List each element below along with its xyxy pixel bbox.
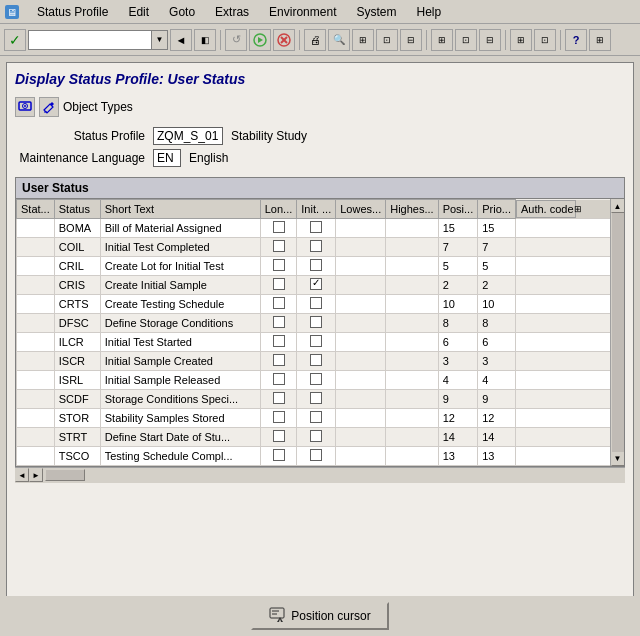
checkbox-cell bbox=[297, 351, 336, 370]
short-text-cell: Stability Samples Stored bbox=[100, 408, 260, 427]
checkbox-cell bbox=[260, 256, 297, 275]
stat-cell bbox=[17, 408, 55, 427]
scroll-up-arrow[interactable]: ▲ bbox=[611, 199, 625, 213]
checkbox-icon bbox=[273, 259, 285, 271]
svg-text:🖥: 🖥 bbox=[7, 7, 17, 18]
grid-btn3[interactable]: ⊟ bbox=[400, 29, 422, 51]
status-cell: COIL bbox=[54, 237, 100, 256]
table-row[interactable]: BOMABill of Material Assigned1515 bbox=[17, 218, 624, 237]
col-header-stat: Stat... bbox=[17, 200, 55, 219]
display-btn[interactable] bbox=[15, 97, 35, 117]
checkbox-icon bbox=[310, 316, 322, 328]
checkbox-icon bbox=[273, 240, 285, 252]
vertical-scrollbar[interactable]: ▲ ▼ bbox=[610, 199, 624, 466]
col-header-short-text: Short Text bbox=[100, 200, 260, 219]
table-row[interactable]: CRISCreate Initial Sample✓22 bbox=[17, 275, 624, 294]
find-btn[interactable]: 🔍 bbox=[328, 29, 350, 51]
maintenance-language-input[interactable] bbox=[153, 149, 181, 167]
hscroll-left-arrow[interactable]: ◄ bbox=[15, 468, 29, 482]
doc-btn2[interactable]: ⊡ bbox=[455, 29, 477, 51]
table-row[interactable]: ISCRInitial Sample Created33 bbox=[17, 351, 624, 370]
prio-cell: 9 bbox=[478, 389, 516, 408]
lowest-cell bbox=[336, 446, 386, 465]
posi-cell: 10 bbox=[438, 294, 478, 313]
combo-arrow[interactable]: ▼ bbox=[151, 31, 167, 49]
column-config-icon[interactable]: ⊞ bbox=[574, 204, 582, 214]
table-row[interactable]: STRTDefine Start Date of Stu...1414 bbox=[17, 427, 624, 446]
status-profile-input[interactable] bbox=[153, 127, 223, 145]
short-text-cell: Bill of Material Assigned bbox=[100, 218, 260, 237]
short-text-cell: Initial Sample Created bbox=[100, 351, 260, 370]
cust-btn[interactable]: ⊞ bbox=[589, 29, 611, 51]
posi-cell: 15 bbox=[438, 218, 478, 237]
scroll-thumb[interactable] bbox=[612, 213, 624, 452]
doc-btn3[interactable]: ⊟ bbox=[479, 29, 501, 51]
scroll-down-arrow[interactable]: ▼ bbox=[611, 452, 625, 466]
menu-status-profile[interactable]: Status Profile bbox=[34, 4, 111, 20]
hscroll-right-arrow[interactable]: ► bbox=[29, 468, 43, 482]
forward-btn[interactable] bbox=[249, 29, 271, 51]
menu-system[interactable]: System bbox=[353, 4, 399, 20]
auth-cell bbox=[515, 332, 623, 351]
nav-prev-btn[interactable]: ◄ bbox=[170, 29, 192, 51]
lowest-cell bbox=[336, 218, 386, 237]
table-row[interactable]: TSCOTesting Schedule Compl...1313 bbox=[17, 446, 624, 465]
lowest-cell bbox=[336, 294, 386, 313]
user-status-table-container: Stat... Status Short Text Lon... Init. .… bbox=[15, 199, 625, 467]
table-row[interactable]: ILCRInitial Test Started66 bbox=[17, 332, 624, 351]
checkbox-cell bbox=[260, 218, 297, 237]
col-header-prio: Prio... bbox=[478, 200, 516, 219]
checkbox-cell bbox=[297, 294, 336, 313]
position-cursor-label: Position cursor bbox=[291, 609, 370, 623]
col-header-lowest: Lowes... bbox=[336, 200, 386, 219]
menu-extras[interactable]: Extras bbox=[212, 4, 252, 20]
menu-edit[interactable]: Edit bbox=[125, 4, 152, 20]
stat-cell bbox=[17, 275, 55, 294]
grid-btn1[interactable]: ⊞ bbox=[352, 29, 374, 51]
table-row[interactable]: COILInitial Test Completed77 bbox=[17, 237, 624, 256]
check-btn[interactable]: ✓ bbox=[4, 29, 26, 51]
checkbox-icon: ✓ bbox=[310, 278, 322, 290]
stat-cell bbox=[17, 427, 55, 446]
sep2 bbox=[299, 30, 300, 50]
doc-btn1[interactable]: ⊞ bbox=[431, 29, 453, 51]
help-btn[interactable]: ? bbox=[565, 29, 587, 51]
position-cursor-button[interactable]: Position cursor bbox=[251, 602, 388, 630]
table-row[interactable]: STORStability Samples Stored1212 bbox=[17, 408, 624, 427]
nav-doc-btn[interactable]: ◧ bbox=[194, 29, 216, 51]
highest-cell bbox=[386, 389, 438, 408]
col-header-lon: Lon... bbox=[260, 200, 297, 219]
edit-icon-btn[interactable] bbox=[39, 97, 59, 117]
maintenance-language-label: Maintenance Language bbox=[15, 151, 145, 165]
stop-btn[interactable] bbox=[273, 29, 295, 51]
table-row[interactable]: DFSCDefine Storage Conditions88 bbox=[17, 313, 624, 332]
print-btn[interactable]: 🖨 bbox=[304, 29, 326, 51]
stat-cell bbox=[17, 332, 55, 351]
menu-environment[interactable]: Environment bbox=[266, 4, 339, 20]
table-row[interactable]: CRILCreate Lot for Initial Test55 bbox=[17, 256, 624, 275]
horizontal-scrollbar-row: ◄ ► bbox=[15, 467, 625, 483]
table-row[interactable]: CRTSCreate Testing Schedule1010 bbox=[17, 294, 624, 313]
short-text-cell: Create Lot for Initial Test bbox=[100, 256, 260, 275]
checkbox-icon bbox=[310, 259, 322, 271]
menu-goto[interactable]: Goto bbox=[166, 4, 198, 20]
prio-cell: 7 bbox=[478, 237, 516, 256]
table-row[interactable]: ISRLInitial Sample Released44 bbox=[17, 370, 624, 389]
table-row[interactable]: SCDFStorage Conditions Speci...99 bbox=[17, 389, 624, 408]
back-btn[interactable]: ↺ bbox=[225, 29, 247, 51]
checkbox-icon bbox=[310, 221, 322, 233]
status-profile-label: Status Profile bbox=[15, 129, 145, 143]
checkbox-cell bbox=[297, 370, 336, 389]
hscroll-thumb[interactable] bbox=[45, 469, 85, 481]
doc-btn5[interactable]: ⊡ bbox=[534, 29, 556, 51]
command-input[interactable] bbox=[29, 33, 151, 47]
checkbox-cell bbox=[297, 427, 336, 446]
auth-cell bbox=[515, 427, 623, 446]
prio-cell: 4 bbox=[478, 370, 516, 389]
doc-btn4[interactable]: ⊞ bbox=[510, 29, 532, 51]
grid-btn2[interactable]: ⊡ bbox=[376, 29, 398, 51]
menu-help[interactable]: Help bbox=[413, 4, 444, 20]
checkbox-cell bbox=[260, 408, 297, 427]
status-profile-description: Stability Study bbox=[231, 129, 307, 143]
posi-cell: 3 bbox=[438, 351, 478, 370]
